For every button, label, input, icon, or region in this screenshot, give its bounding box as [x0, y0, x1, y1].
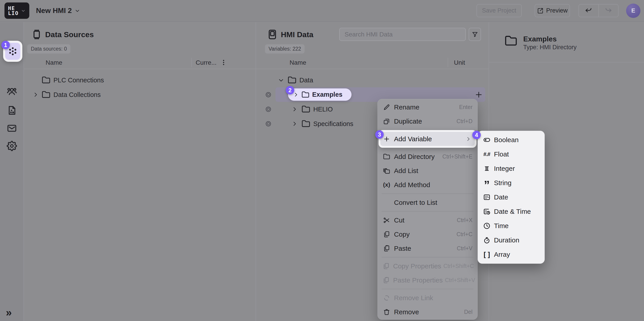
submenu-item-array[interactable]: [ ] Array — [478, 247, 544, 262]
plus-icon — [382, 136, 391, 142]
context-menu: Rename Enter Duplicate Ctrl+D Add Variab… — [378, 99, 478, 320]
folder-stack-icon — [382, 167, 391, 174]
chevron-right-icon[interactable] — [291, 106, 298, 112]
tree-row-label: Data Collections — [54, 91, 100, 98]
menu-item-duplicate[interactable]: Duplicate Ctrl+D — [378, 114, 478, 128]
helio-logo: HE LIO — [8, 6, 19, 16]
boolean-toggle-icon — [482, 136, 491, 144]
clock-icon — [482, 222, 491, 230]
step-badge-4: 4 — [472, 131, 481, 139]
submenu-item-integer[interactable]: Integer — [478, 161, 544, 176]
filter-button[interactable] — [469, 28, 481, 41]
preview-label: Preview — [546, 7, 568, 14]
add-variable-submenu: Boolean #.# Float Integer ” String Date … — [478, 131, 545, 264]
menu-item-convert-to-list[interactable]: Convert to List — [378, 195, 478, 209]
inspector-title: Examples — [523, 35, 577, 44]
submenu-item-date[interactable]: Date — [478, 190, 544, 204]
users-icon[interactable] — [7, 86, 17, 97]
duplicate-icon — [382, 118, 391, 125]
inspector-divider — [489, 62, 644, 63]
submenu-item-float[interactable]: #.# Float — [478, 147, 544, 161]
array-brackets-icon: [ ] — [482, 251, 491, 258]
folder-icon — [504, 35, 518, 51]
menu-item-add-list[interactable]: Add List — [378, 164, 478, 178]
menu-item-paste[interactable]: Paste Ctrl+V — [378, 241, 478, 255]
data-sources-column-header: Name Curre... — [24, 56, 256, 69]
variables-count-badge: Variables: 222 — [265, 44, 304, 54]
menu-item-rename[interactable]: Rename Enter — [378, 100, 478, 114]
link-target-icon[interactable] — [265, 106, 272, 113]
submenu-item-boolean[interactable]: Boolean — [478, 133, 544, 147]
menu-item-remove[interactable]: Remove Del — [378, 305, 478, 319]
stopwatch-icon — [482, 236, 491, 244]
top-bar: HE LIO New HMI 2 Save Project Preview — [0, 0, 644, 22]
hmi-column-header: Name Unit — [256, 56, 488, 69]
tree-row-label: PLC Connections — [54, 76, 104, 84]
copy-icon — [382, 262, 390, 270]
menu-item-cut[interactable]: Cut Ctrl+X — [378, 213, 478, 227]
unlink-icon — [382, 294, 391, 301]
project-title-dropdown[interactable]: New HMI 2 — [36, 7, 80, 15]
menu-item-add-variable[interactable]: Add Variable — [380, 132, 475, 146]
folder-icon — [288, 76, 296, 85]
menu-item-remove-link[interactable]: Remove Link — [378, 291, 478, 305]
mail-icon[interactable] — [7, 123, 17, 133]
chip-icon — [31, 29, 42, 40]
copy-icon — [382, 231, 391, 238]
undo-button[interactable] — [579, 5, 599, 17]
hmi-screen-icon — [266, 29, 278, 40]
link-target-icon[interactable] — [265, 91, 272, 98]
submenu-item-duration[interactable]: Duration — [478, 233, 544, 247]
menu-separator — [382, 257, 474, 257]
folder-icon — [42, 76, 50, 85]
integer-icon — [482, 165, 491, 172]
settings-gear-icon[interactable] — [7, 141, 17, 151]
folder-icon — [302, 91, 310, 99]
sidebar-expand-button[interactable]: » — [6, 307, 12, 318]
kebab-menu-icon[interactable] — [220, 59, 228, 66]
submenu-chevron-icon — [465, 136, 471, 142]
column-unit[interactable]: Unit — [454, 59, 465, 66]
chevron-right-icon[interactable] — [32, 92, 39, 98]
chevron-right-icon[interactable] — [291, 121, 298, 127]
submenu-item-date-time[interactable]: Date & Time — [478, 204, 544, 219]
app-root: HE LIO New HMI 2 Save Project Preview — [0, 0, 644, 321]
data-sources-title: Data Sources — [45, 30, 94, 39]
column-current[interactable]: Curre... — [196, 59, 216, 66]
menu-item-add-method[interactable]: (x) Add Method — [378, 178, 478, 192]
chevron-right-icon[interactable] — [293, 92, 299, 98]
column-name[interactable]: Name — [290, 59, 306, 66]
folder-icon — [302, 105, 310, 114]
menu-item-copy[interactable]: Copy Ctrl+C — [378, 227, 478, 241]
hmi-data-title: HMI Data — [281, 30, 313, 39]
link-target-icon[interactable] — [265, 120, 272, 127]
menu-item-paste-properties[interactable]: Paste Properties Ctrl+Shift+V — [378, 273, 478, 287]
chevron-down-icon — [74, 8, 80, 14]
submenu-item-time[interactable]: Time — [478, 219, 544, 233]
paste-icon — [382, 277, 390, 284]
tree-row-data-collections[interactable]: Data Collections — [24, 87, 256, 102]
menu-item-add-directory[interactable]: Add Directory Ctrl+Shift+E — [378, 150, 478, 164]
folder-icon — [382, 153, 391, 160]
preview-button[interactable]: Preview — [535, 4, 570, 17]
redo-button[interactable] — [599, 5, 618, 17]
helio-logo-button[interactable]: HE LIO — [4, 3, 29, 19]
menu-item-copy-properties[interactable]: Copy Properties Ctrl+Shift+C — [378, 259, 478, 273]
logo-line-2: LIO — [8, 11, 19, 16]
add-row-plus-icon[interactable] — [475, 91, 483, 99]
trash-icon — [382, 308, 391, 316]
avatar[interactable]: E — [626, 4, 640, 18]
column-name[interactable]: Name — [46, 59, 62, 66]
submenu-item-string[interactable]: ” String — [478, 176, 544, 190]
tree-row-plc-connections[interactable]: PLC Connections — [24, 73, 256, 87]
asset-file-icon[interactable] — [7, 105, 17, 116]
chevron-down-icon[interactable] — [278, 77, 284, 83]
save-project-button[interactable]: Save Project — [476, 4, 522, 17]
column-divider[interactable] — [448, 58, 448, 67]
step-badge-2: 2 — [286, 86, 294, 95]
column-divider[interactable] — [192, 58, 192, 67]
examples-selected-pill[interactable]: Examples — [288, 88, 352, 101]
search-input[interactable] — [339, 28, 466, 41]
calendar-clock-icon — [482, 208, 491, 215]
tree-row-data[interactable]: Data — [256, 73, 488, 87]
